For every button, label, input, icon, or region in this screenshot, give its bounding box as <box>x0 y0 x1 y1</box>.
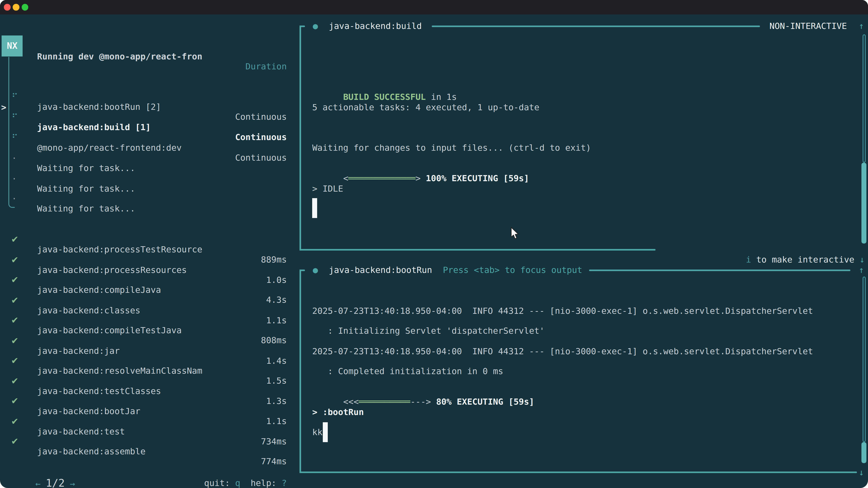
progress-fill: ══════════ <box>359 397 410 407</box>
gradle-prompt-line: > :bootRun <box>312 407 866 417</box>
task-bullet-icon: ● <box>313 265 318 275</box>
task-status: Continuous <box>183 132 287 142</box>
task-row-waiting[interactable]: · Waiting for task... <box>0 184 293 194</box>
pending-dot-icon: · <box>11 174 17 184</box>
interactive-hint: i to make interactive ↓ <box>715 245 865 254</box>
zoom-button[interactable] <box>22 4 28 10</box>
build-scrollbar-thumb[interactable] <box>862 163 866 243</box>
build-panel-title: java-backend:build <box>329 21 422 31</box>
task-duration: 4.3s <box>183 295 287 305</box>
spinner-icon: ⠋ <box>11 133 18 143</box>
check-icon: ✔ <box>11 396 19 406</box>
bootrun-panel-bottom-border <box>300 471 857 473</box>
log-line: : Completed initialization in 0 ms <box>312 366 866 376</box>
task-row-completed[interactable]: ✔ java-backend:compileTestJava 808ms <box>0 305 293 315</box>
build-waiting-line: Waiting for changes to input files... (c… <box>312 143 866 153</box>
progress-label: 80% EXECUTING [59s] <box>431 397 534 407</box>
check-icon: ✔ <box>11 376 19 386</box>
page-indicator: 1/2 <box>46 477 65 488</box>
mouse-cursor-icon <box>510 227 520 242</box>
task-duration: 1.4s <box>183 356 287 366</box>
task-row-completed[interactable]: ✔ java-backend:assemble 774ms <box>0 427 293 436</box>
progress-label: 100% EXECUTING [59s] <box>421 173 529 183</box>
build-terminal-cursor <box>312 198 317 218</box>
interactive-hint-text: to make interactive <box>751 255 860 265</box>
progress-tail: --- <box>410 397 426 407</box>
task-duration: 889ms <box>183 255 287 265</box>
task-status: Continuous <box>183 153 287 163</box>
task-row-completed[interactable]: ✔ java-backend:resolveMainClassNam 1.5s <box>0 346 293 356</box>
pending-dot-icon: · <box>11 194 17 203</box>
scroll-up-icon[interactable]: ↑ <box>855 265 868 275</box>
task-row-build-selected[interactable]: ⠋ java-backend:build [1] Continuous <box>0 102 293 112</box>
task-row-completed[interactable]: ✔ java-backend:processTestResource 889ms <box>0 225 293 234</box>
task-row-completed[interactable]: ✔ java-backend:processResources 1.0s <box>0 245 293 255</box>
quit-label: quit: <box>204 478 235 488</box>
log-line: 2025-07-23T13:40:18.950-04:00 INFO 44312… <box>312 346 866 356</box>
build-panel-left-border <box>300 26 301 251</box>
help-key: ? <box>282 478 287 488</box>
check-icon: ✔ <box>11 436 19 447</box>
task-row-waiting[interactable]: · Waiting for task... <box>0 164 293 174</box>
task-bullet-icon: ● <box>313 21 318 31</box>
screen: NX Running dev @mono-app/react-fron Dura… <box>0 0 868 488</box>
build-tasks-summary: 5 actionable tasks: 4 executed, 1 up-to-… <box>312 102 866 112</box>
bootrun-scrollbar-thumb[interactable] <box>862 442 866 463</box>
progress-close: > <box>415 173 421 183</box>
build-success-detail: in 1s <box>426 92 457 102</box>
task-row-completed[interactable]: ✔ java-backend:bootJar 1.1s <box>0 386 293 396</box>
task-status: Continuous <box>183 112 287 122</box>
task-row-completed[interactable]: ✔ java-backend:jar 1.4s <box>0 326 293 336</box>
progress-fill: ═════════════ <box>348 173 415 183</box>
progress-open: <<< <box>343 397 359 407</box>
task-duration: 1.1s <box>183 416 287 426</box>
task-label: Waiting for task... <box>37 203 135 214</box>
task-duration: 774ms <box>183 456 287 466</box>
scroll-down-icon[interactable]: ↓ <box>855 467 868 477</box>
bootrun-scrollbar-track[interactable] <box>863 276 866 442</box>
keyboard-hints: quit: q help: ? <box>138 468 287 478</box>
bootrun-panel-top-border <box>589 269 850 271</box>
bootrun-terminal-cursor <box>323 422 328 442</box>
minimize-button[interactable] <box>13 4 19 10</box>
task-duration: 734ms <box>183 436 287 447</box>
bootrun-progress-line: <<<══════════---> 80% EXECUTING [59s] <box>312 387 866 397</box>
task-row-frontend-dev[interactable]: ⠋ @mono-app/react-frontend:dev Continuou… <box>0 123 293 133</box>
close-button[interactable] <box>4 4 10 10</box>
terminal-input-text[interactable]: kk <box>312 427 866 437</box>
terminal-window: NX Running dev @mono-app/react-fron Dura… <box>0 0 868 488</box>
bootrun-panel-left-border <box>300 269 301 473</box>
scroll-down-icon[interactable]: ↓ <box>860 255 865 265</box>
build-success-line: BUILD SUCCESSFUL in 1s <box>312 82 866 92</box>
build-progress-line: <═════════════> 100% EXECUTING [59s] <box>312 163 866 173</box>
sidebar-title: Running dev @mono-app/react-fron <box>37 52 202 61</box>
check-icon: ✔ <box>11 234 19 245</box>
page-prev-arrow[interactable]: ← <box>35 479 41 488</box>
task-row-bootrun[interactable]: ⠋ java-backend:bootRun [2] Continuous <box>0 82 293 92</box>
task-row-completed[interactable]: ✔ java-backend:testClasses 1.3s <box>0 366 293 376</box>
build-panel-top-border <box>432 26 760 27</box>
check-icon: ✔ <box>11 417 19 427</box>
progress-open: < <box>343 173 348 183</box>
task-duration: 1.0s <box>183 275 287 285</box>
build-panel-bottom-border <box>300 249 655 251</box>
check-icon: ✔ <box>11 275 19 285</box>
task-row-waiting[interactable]: · Waiting for task... <box>0 143 293 153</box>
log-line: : Initializing Servlet 'dispatcherServle… <box>312 326 866 336</box>
scroll-up-icon[interactable]: ↑ <box>855 21 868 31</box>
interactive-hint-key: i <box>746 255 751 265</box>
task-duration: 1.1s <box>183 315 287 325</box>
task-duration: 808ms <box>183 335 287 345</box>
build-idle-line: > IDLE <box>312 184 866 194</box>
task-row-completed[interactable]: ✔ java-backend:test 734ms <box>0 407 293 417</box>
quit-key: q <box>235 478 240 488</box>
task-label: java-backend:assemble <box>37 447 146 456</box>
task-row-completed[interactable]: ✔ java-backend:compileJava 4.3s <box>0 265 293 275</box>
titlebar[interactable] <box>0 0 868 14</box>
pagination: ← 1/2 → <box>4 468 71 478</box>
check-icon: ✔ <box>11 315 19 325</box>
page-next-arrow[interactable]: → <box>70 479 75 488</box>
bootrun-panel-title: java-backend:bootRun <box>329 265 432 275</box>
task-row-completed[interactable]: ✔ java-backend:classes 1.1s <box>0 286 293 295</box>
check-icon: ✔ <box>11 295 19 305</box>
